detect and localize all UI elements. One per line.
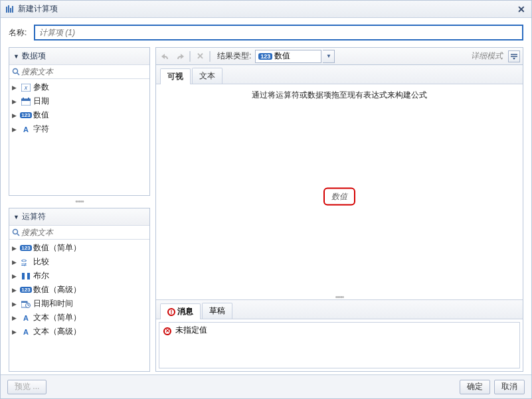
ok-button[interactable]: 确定 (460, 380, 490, 394)
svg-text:A: A (23, 328, 29, 336)
cancel-button[interactable]: 取消 (494, 380, 525, 394)
expand-icon: ▶ (12, 84, 19, 91)
date-icon (21, 97, 31, 106)
tree-item-num-simple[interactable]: ▶ 123 数值（简单） (9, 241, 149, 255)
name-label: 名称: (9, 27, 34, 39)
numeric-badge-icon: 123 (258, 53, 272, 60)
operators-panel: ▼ 运算符 ▶ 123 数值（简单） (9, 208, 150, 372)
expression-drop-target[interactable]: 数值 (323, 187, 355, 205)
svg-rect-2 (10, 8, 11, 13)
operators-header[interactable]: ▼ 运算符 (9, 208, 149, 226)
tree-item-param[interactable]: ▶ x 参数 (9, 80, 149, 94)
svg-rect-10 (23, 98, 24, 100)
operators-search-input[interactable] (21, 228, 147, 237)
svg-line-5 (17, 73, 19, 75)
expression-hint: 通过将运算符或数据项拖至现有表达式来构建公式 (156, 84, 523, 106)
tree-item-text-simple[interactable]: ▶ A 文本（简单） (9, 311, 149, 325)
text-icon: A (21, 313, 31, 323)
tab-visual[interactable]: 可视 (160, 68, 191, 84)
result-type-value: 数值 (274, 50, 318, 62)
search-icon (12, 228, 20, 236)
expand-icon: ▶ (12, 126, 19, 133)
svg-text:x: x (24, 84, 28, 91)
numeric-icon: 123 (21, 111, 31, 120)
svg-text:A: A (23, 125, 29, 133)
tree-item-num-adv[interactable]: ▶ 123 数值（高级） (9, 283, 149, 297)
tab-draft-label: 草稿 (209, 305, 225, 317)
svg-rect-17 (22, 273, 25, 279)
expression-body: 通过将运算符或数据项拖至现有表达式来构建公式 数值 ! 消息 (156, 84, 523, 371)
tab-text[interactable]: 文本 (192, 68, 222, 84)
svg-rect-1 (8, 5, 9, 13)
svg-point-13 (13, 230, 18, 234)
tree-label: 参数 (33, 82, 49, 93)
operators-search (9, 226, 149, 240)
tree-label: 文本（简单） (33, 312, 81, 323)
data-items-header[interactable]: ▼ 数据项 (9, 48, 149, 65)
expand-icon: ▶ (12, 245, 19, 252)
tree-label: 日期和时间 (33, 298, 73, 309)
data-items-panel: ▼ 数据项 ▶ x 参数 (9, 47, 150, 196)
expression-splitter[interactable] (156, 295, 523, 299)
param-icon: x (21, 83, 31, 92)
search-icon (12, 68, 20, 76)
tree-item-bool[interactable]: ▶ 布尔 (9, 269, 149, 283)
svg-text:A: A (23, 314, 29, 322)
tree-item-datetime[interactable]: ▶ 日期和时间 (9, 297, 149, 311)
data-items-search-input[interactable] (21, 67, 147, 76)
text-icon: A (21, 327, 31, 337)
tree-item-date[interactable]: ▶ 日期 (9, 94, 149, 108)
error-icon: ✕ (163, 325, 171, 335)
tree-label: 布尔 (33, 270, 49, 281)
expand-icon: ▶ (12, 273, 19, 279)
result-type-display: 123 数值 (255, 50, 321, 63)
tab-messages[interactable]: ! 消息 (160, 303, 201, 319)
numeric-icon: 123 (21, 285, 31, 295)
expand-icon: ▶ (12, 98, 19, 105)
svg-rect-20 (21, 301, 27, 303)
separator (189, 51, 191, 62)
detail-mode-link[interactable]: 详细模式 (471, 50, 503, 62)
svg-rect-18 (27, 273, 30, 279)
redo-button[interactable] (173, 50, 187, 63)
expand-icon: ▶ (12, 287, 19, 293)
messages-tabs: ! 消息 草稿 (156, 300, 523, 319)
expression-panel: 可视 文本 通过将运算符或数据项拖至现有表达式来构建公式 数值 ! (155, 64, 523, 372)
data-items-title: 数据项 (22, 50, 46, 62)
result-type-label: 结果类型: (217, 50, 251, 62)
error-icon: ! (167, 308, 175, 316)
messages-panel: ! 消息 草稿 ✕ 未指定值 (156, 299, 523, 371)
expand-icon: ▶ (12, 112, 19, 119)
close-button[interactable]: ✕ (515, 4, 527, 15)
undo-button[interactable] (159, 50, 172, 63)
expression-canvas[interactable]: 通过将运算符或数据项拖至现有表达式来构建公式 数值 (156, 84, 523, 295)
svg-line-14 (17, 234, 19, 236)
content-area: 名称: ▼ 数据项 (1, 18, 531, 374)
result-type-dropdown[interactable]: ▼ (323, 50, 335, 63)
delete-button[interactable]: ✕ (193, 50, 207, 63)
left-splitter[interactable] (9, 200, 150, 204)
expression-toolbar: ✕ 结果类型: 123 数值 ▼ 详细模式 (155, 47, 523, 64)
data-items-search (9, 65, 149, 79)
tree-item-char[interactable]: ▶ A 字符 (9, 122, 149, 136)
operators-tree: ▶ 123 数值（简单） ▶ <>=≠ 比较 ▶ 布尔 (9, 240, 149, 371)
tab-messages-label: 消息 (177, 306, 193, 317)
numeric-icon: 123 (21, 244, 31, 253)
expand-icon: ▶ (12, 301, 19, 307)
tree-label: 数值（简单） (33, 242, 81, 254)
svg-text:=≠: =≠ (21, 262, 27, 266)
svg-marker-28 (513, 58, 515, 60)
separator (209, 51, 211, 62)
name-input[interactable] (34, 25, 523, 40)
right-column: ✕ 结果类型: 123 数值 ▼ 详细模式 可视 文本 (155, 47, 523, 372)
tab-draft[interactable]: 草稿 (202, 303, 232, 319)
tree-item-text-adv[interactable]: ▶ A 文本（高级） (9, 325, 149, 339)
tree-item-compare[interactable]: ▶ <>=≠ 比较 (9, 255, 149, 269)
preview-button[interactable]: 预览 ... (7, 380, 46, 394)
toolbar-menu-button[interactable] (508, 50, 520, 62)
tree-item-numeric[interactable]: ▶ 123 数值 (9, 108, 149, 122)
tree-label: 文本（高级） (33, 326, 81, 337)
left-column: ▼ 数据项 ▶ x 参数 (9, 47, 150, 372)
expression-tabs: 可视 文本 (156, 65, 523, 84)
message-row[interactable]: ✕ 未指定值 (159, 323, 519, 338)
